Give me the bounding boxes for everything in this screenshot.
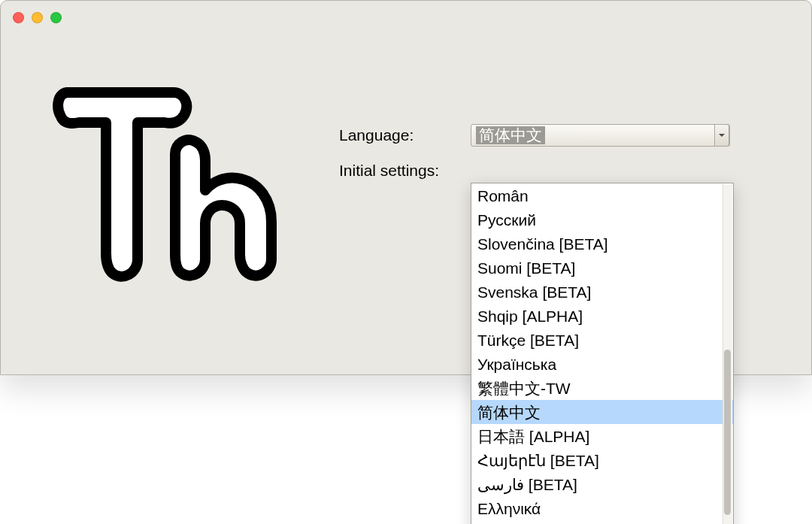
language-option[interactable]: 한국어 [韓國語] [ALPHA] (471, 520, 733, 524)
language-option[interactable]: Ελληνικά (471, 496, 733, 520)
language-label: Language: (339, 126, 471, 144)
th-logo-icon (46, 64, 301, 304)
language-option[interactable]: Türkçe [BETA] (471, 328, 733, 352)
close-icon[interactable] (13, 12, 24, 23)
language-option[interactable]: Հայերէն [BETA] (471, 448, 733, 472)
language-option[interactable]: Русский (471, 207, 733, 232)
language-selected-value: 简体中文 (476, 126, 545, 144)
language-option[interactable]: Român (471, 183, 733, 207)
language-option[interactable]: Slovenčina [BETA] (471, 232, 733, 256)
language-dropdown-list[interactable]: RomânРусскийSlovenčina [BETA]Suomi [BETA… (471, 183, 734, 524)
minimize-icon[interactable] (32, 12, 43, 23)
initial-settings-label: Initial settings: (339, 162, 471, 180)
scrollbar[interactable] (723, 184, 732, 524)
app-logo (46, 64, 317, 307)
language-option[interactable]: Svenska [BETA] (471, 280, 733, 304)
language-combobox[interactable]: 简体中文 (471, 124, 730, 147)
maximize-icon[interactable] (50, 12, 62, 23)
scrollbar-thumb[interactable] (724, 350, 731, 515)
language-option[interactable]: 日本語 [ALPHA] (471, 424, 733, 448)
language-option[interactable]: 繁體中文-TW (471, 376, 733, 400)
language-option[interactable]: Suomi [BETA] (471, 256, 733, 280)
language-option[interactable]: Shqip [ALPHA] (471, 304, 733, 328)
dropdown-arrow-icon[interactable] (714, 124, 729, 147)
language-row: Language: 简体中文 (339, 124, 730, 147)
language-option[interactable]: Українська (471, 352, 733, 376)
initial-settings-row: Initial settings: (339, 162, 730, 180)
language-option[interactable]: 简体中文 (471, 400, 733, 424)
language-option[interactable]: فارسی [BETA] (471, 472, 733, 496)
titlebar[interactable] (1, 1, 811, 34)
